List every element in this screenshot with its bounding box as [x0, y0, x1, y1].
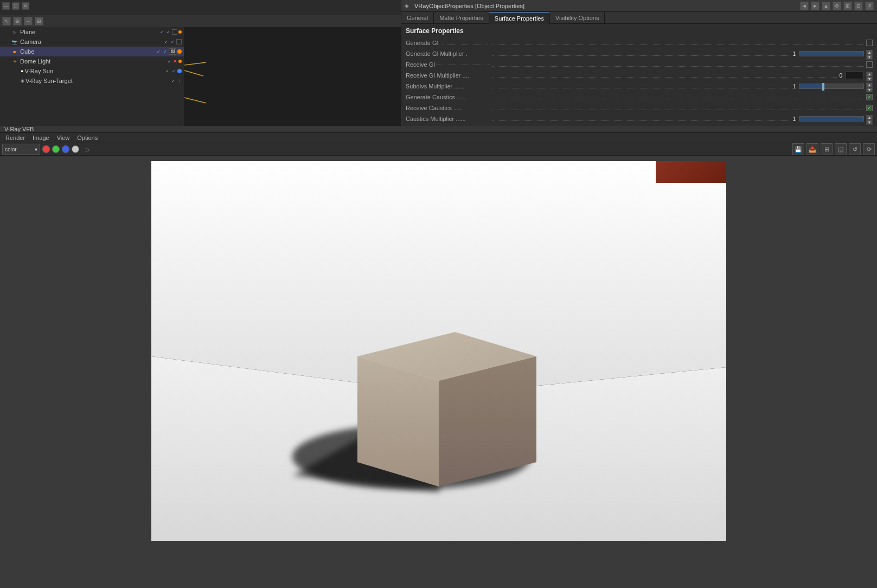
tree-item-cube[interactable]: ■ Cube ✓ ✓ 🖼 — [0, 47, 184, 56]
maximize-button[interactable]: □ — [12, 2, 20, 10]
undo-button[interactable]: ↺ — [849, 143, 861, 155]
tree-item-sun[interactable]: ● V-Ray Sun ✓ ✓ — [0, 66, 184, 76]
subdivs-spinner[interactable]: ▲ ▼ — [866, 82, 873, 90]
minimize-button[interactable]: — — [2, 2, 10, 10]
spinner-down-2[interactable]: ▼ — [866, 76, 873, 81]
green-dot[interactable] — [52, 145, 60, 153]
svg-rect-49 — [482, 362, 483, 362]
tab-matte[interactable]: Matte Properties — [434, 12, 489, 24]
nav-settings[interactable]: ⚙ — [833, 2, 841, 10]
caustics-slider[interactable] — [799, 116, 864, 122]
target-icon: ◈ — [21, 78, 24, 84]
scene-tree: ▷ Plane ✓ ✓ 📷 Camera ✓ ✓ ■ — [0, 27, 184, 126]
flag-visible-sun: ✓ — [164, 68, 170, 74]
toolbar-icon-4[interactable]: ⊞ — [35, 17, 43, 25]
prop-dots-2 — [492, 52, 790, 56]
prop-generate-gi-mult: Generate GI Multiplier . 1 ▲ ▼ — [406, 49, 873, 59]
svg-rect-52 — [515, 362, 515, 362]
dome-icon: ☀ — [11, 57, 18, 65]
checkbox-receive-caustics[interactable] — [866, 105, 873, 111]
caustics-mult-number: 1 — [792, 116, 796, 122]
red-dot[interactable] — [42, 145, 50, 153]
svg-rect-43 — [501, 459, 502, 460]
toolbar-icon-1[interactable]: ↖ — [2, 17, 11, 25]
prop-generate-gi-label: Generate GI — [406, 40, 490, 46]
tab-visibility[interactable]: Visibility Options — [550, 12, 605, 24]
menu-render[interactable]: Render — [2, 133, 28, 143]
redo-button[interactable]: ⟳ — [863, 143, 875, 155]
nav-expand[interactable]: ⊞ — [843, 2, 852, 10]
nav-forward[interactable]: ► — [811, 2, 820, 10]
export-button[interactable]: 📤 — [806, 143, 818, 155]
spinner-down-3[interactable]: ▼ — [866, 87, 873, 92]
spinner-down-4[interactable]: ▼ — [866, 120, 873, 125]
close-button[interactable]: ✕ — [22, 2, 29, 10]
nav-back[interactable]: ◄ — [800, 2, 809, 10]
tab-surface[interactable]: Surface Properties — [489, 12, 550, 24]
tree-item-sun-target[interactable]: ◈ V-Ray Sun-Target ✓ ⋮ — [0, 76, 184, 86]
prop-receive-gi-mult-label: Receive GI Multiplier .... — [406, 72, 490, 79]
vray-icon: ◈ — [405, 3, 409, 9]
checkbox-generate-caustics[interactable] — [866, 94, 873, 100]
prop-receive-gi-value — [866, 61, 873, 68]
tree-item-cube-label: Cube — [20, 48, 34, 55]
prop-caustics-mult: Caustics Multiplier ...... 1 ▲ ▼ — [406, 114, 873, 124]
cube-flags: ✓ ✓ 🖼 — [156, 48, 182, 55]
flag-render: ✓ — [165, 29, 171, 35]
tree-item-dome[interactable]: ☀ Dome Light ✓ ✕ — [0, 56, 184, 66]
prop-generate-caustics-value — [866, 94, 873, 100]
spinner-up[interactable]: ▲ — [866, 50, 873, 55]
white-dot[interactable] — [72, 145, 79, 153]
menu-view[interactable]: View — [54, 133, 73, 143]
toolbar-icon-2[interactable]: ⊕ — [13, 17, 22, 25]
svg-rect-47 — [460, 365, 461, 365]
svg-rect-40 — [469, 443, 469, 444]
blue-dot[interactable] — [62, 145, 69, 153]
svg-rect-17 — [417, 389, 418, 389]
spinner-up-4[interactable]: ▲ — [866, 115, 873, 120]
checkbox-receive-gi[interactable] — [866, 61, 873, 68]
compare-button[interactable]: ◱ — [835, 143, 847, 155]
svg-rect-15 — [395, 378, 396, 379]
generate-gi-slider[interactable] — [799, 51, 864, 56]
checkbox-generate-gi[interactable] — [866, 40, 873, 46]
svg-rect-36 — [509, 421, 510, 422]
svg-line-0 — [184, 62, 206, 65]
prop-receive-gi-mult-value: 0 ▲ ▼ — [839, 72, 873, 79]
nav-collapse[interactable]: ⊟ — [854, 2, 863, 10]
nav-refresh[interactable]: ↺ — [865, 2, 874, 10]
tab-general[interactable]: General — [401, 12, 434, 24]
rendered-scene — [151, 161, 726, 541]
svg-rect-37 — [520, 427, 521, 427]
svg-rect-18 — [366, 394, 366, 395]
receive-gi-mult-input[interactable] — [846, 72, 864, 79]
generate-gi-spinner[interactable]: ▲ ▼ — [866, 50, 873, 57]
subdivs-slider-handle — [822, 83, 824, 91]
toolbar-icon-3[interactable]: ↔ — [24, 17, 33, 25]
menu-image[interactable]: Image — [29, 133, 53, 143]
flag-dot-blue-sun — [177, 69, 182, 73]
flag-visible-cube: ✓ — [156, 49, 161, 54]
caustics-spinner[interactable]: ▲ ▼ — [866, 115, 873, 123]
cube-icon: ■ — [11, 48, 18, 55]
flag-render-cube: ✓ — [162, 49, 168, 54]
receive-gi-spinner[interactable]: ▲ ▼ — [866, 72, 873, 79]
svg-rect-51 — [504, 367, 504, 368]
spinner-up-3[interactable]: ▲ — [866, 82, 873, 87]
save-button[interactable]: 💾 — [792, 143, 804, 155]
sun-flags: ✓ ✓ — [164, 68, 182, 74]
receive-gi-mult-number: 0 — [839, 73, 842, 79]
prop-dots-1 — [492, 41, 864, 45]
svg-rect-42 — [490, 454, 491, 455]
spinner-up-2[interactable]: ▲ — [866, 72, 873, 76]
channels-button[interactable]: ⊞ — [821, 143, 833, 155]
color-select[interactable]: color ▾ — [2, 144, 40, 155]
properties-tabs: General Matte Properties Surface Propert… — [401, 12, 877, 24]
menu-options[interactable]: Options — [74, 133, 101, 143]
tree-item-plane[interactable]: ▷ Plane ✓ ✓ — [0, 27, 184, 37]
spinner-down[interactable]: ▼ — [866, 55, 873, 60]
nav-up[interactable]: ▲ — [822, 2, 830, 10]
tree-item-camera-label: Camera — [20, 39, 41, 45]
subdivs-slider[interactable] — [799, 84, 864, 89]
tree-item-camera[interactable]: 📷 Camera ✓ ✓ — [0, 37, 184, 47]
